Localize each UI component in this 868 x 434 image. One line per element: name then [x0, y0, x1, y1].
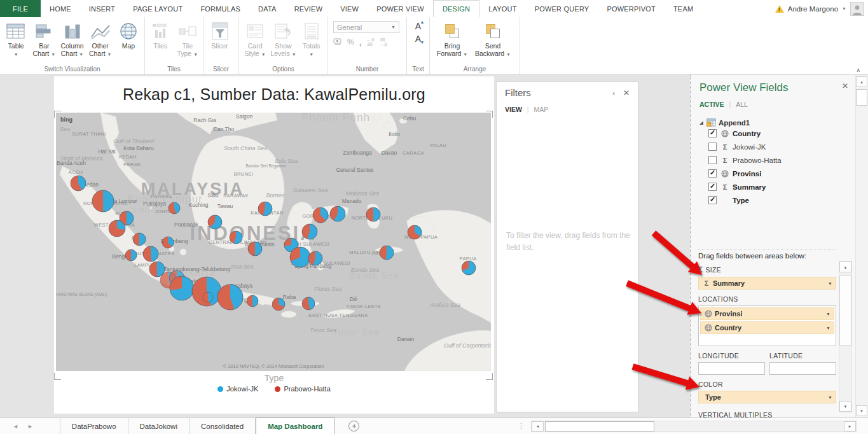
- filters-tab-view[interactable]: VIEW: [505, 106, 522, 113]
- map-pie[interactable]: [302, 224, 317, 239]
- map-pie[interactable]: [248, 242, 262, 256]
- map--button[interactable]: Map: [114, 18, 142, 50]
- map-pie[interactable]: [203, 292, 213, 302]
- map-pie[interactable]: [313, 207, 328, 223]
- chevron-down-icon[interactable]: ▼: [823, 326, 834, 330]
- field-row-provinsi[interactable]: Provinsi: [699, 167, 855, 180]
- table--button[interactable]: Table▼: [2, 18, 30, 57]
- chevron-down-icon[interactable]: ▼: [825, 395, 836, 400]
- account-area[interactable]: Andre Margono ▼: [775, 0, 864, 17]
- longitude-dropzone[interactable]: [698, 362, 765, 375]
- bring-forward-button[interactable]: BringForward ▼: [432, 18, 472, 57]
- other-chart-button[interactable]: OtherChart ▼: [86, 18, 114, 57]
- increase-font-button[interactable]: A▲: [411, 20, 425, 32]
- map-pie[interactable]: [272, 298, 285, 311]
- ribbon-tab-page-layout[interactable]: PAGE LAYOUT: [124, 0, 191, 17]
- ribbon-tab-home[interactable]: HOME: [41, 0, 80, 17]
- map-pie[interactable]: [308, 251, 322, 265]
- scrollbar-thumb[interactable]: [839, 276, 851, 346]
- field-row-country[interactable]: Country: [699, 127, 855, 140]
- tab-active[interactable]: ACTIVE: [699, 101, 724, 108]
- map-pie[interactable]: [133, 233, 146, 246]
- map-pie[interactable]: [125, 249, 137, 261]
- map-pie[interactable]: [169, 202, 180, 214]
- send-backward-button[interactable]: SendBackward ▼: [472, 18, 513, 57]
- field-pill-summary[interactable]: ΣSummary▼: [698, 277, 836, 290]
- account-name[interactable]: Andre Margono: [788, 5, 838, 13]
- checkbox[interactable]: [708, 183, 717, 191]
- ribbon-tab-data[interactable]: DATA: [249, 0, 286, 17]
- map-pie[interactable]: [247, 295, 258, 307]
- field-row-type[interactable]: Type: [699, 193, 855, 207]
- collapse-ribbon-icon[interactable]: ∧: [856, 67, 860, 73]
- map-pie[interactable]: [230, 231, 242, 244]
- map-pie[interactable]: [302, 297, 315, 310]
- report-title[interactable]: Rekap c1, Sumber Data: KawalPemilu.org: [54, 85, 494, 104]
- scrollbar-thumb[interactable]: [856, 89, 867, 106]
- scroll-left-icon[interactable]: ◄: [532, 421, 544, 431]
- field-pill-provinsi[interactable]: Provinsi▼: [700, 307, 834, 320]
- close-filters-icon[interactable]: ✕: [621, 88, 631, 97]
- next-sheet-icon[interactable]: ►: [27, 423, 33, 430]
- color-area[interactable]: Type▼: [698, 391, 836, 403]
- tab-all[interactable]: ALL: [736, 101, 748, 108]
- ribbon-tab-formulas[interactable]: FORMULAS: [191, 0, 249, 17]
- ribbon-tab-power-view[interactable]: POWER VIEW: [368, 0, 433, 17]
- sheet-tab-dataprabowo[interactable]: DataPrabowo: [60, 418, 128, 434]
- ribbon-tab-powerpivot[interactable]: POWERPIVOT: [598, 0, 665, 17]
- vertical-scrollbar[interactable]: ▲ ▼: [856, 75, 868, 417]
- add-sheet-button[interactable]: +: [348, 421, 359, 431]
- number-format-select[interactable]: General▼: [333, 21, 399, 33]
- avatar[interactable]: [850, 2, 864, 16]
- scrollbar-thumb[interactable]: [545, 421, 654, 431]
- scroll-down-icon[interactable]: ▼: [856, 405, 867, 416]
- scroll-down-icon[interactable]: ▼: [839, 401, 851, 412]
- map-pie[interactable]: [462, 261, 476, 275]
- splitter-dots-icon[interactable]: ⋮: [518, 422, 525, 430]
- ribbon-tab-layout[interactable]: LAYOUT: [479, 0, 525, 17]
- ribbon-tab-design[interactable]: DESIGN: [433, 0, 479, 17]
- chevron-down-icon[interactable]: ▼: [825, 281, 836, 286]
- checkbox[interactable]: [708, 196, 717, 204]
- field-pill-type[interactable]: Type▼: [698, 391, 836, 403]
- accounting-format-icon[interactable]: [333, 38, 342, 47]
- scroll-up-icon[interactable]: ▲: [839, 262, 851, 272]
- checkbox[interactable]: [708, 143, 717, 151]
- map-pie[interactable]: [290, 247, 310, 267]
- map-pie[interactable]: [258, 202, 272, 216]
- field-row-prabowo-hatta[interactable]: ΣPrabowo-Hatta: [699, 153, 855, 167]
- bar-chart-button[interactable]: BarChart ▼: [30, 18, 58, 57]
- horizontal-scrollbar[interactable]: ◄ ►: [531, 421, 857, 432]
- ribbon-tab-team[interactable]: TEAM: [665, 0, 702, 17]
- chevron-down-icon[interactable]: ▼: [823, 312, 834, 316]
- map-pie[interactable]: [217, 284, 243, 310]
- map-visual[interactable]: MALAYSIAINDONESIAKuala LumpurSINGAPOREJa…: [56, 113, 491, 371]
- field-row-summary[interactable]: ΣSummary: [699, 180, 855, 193]
- field-pill-country[interactable]: Country▼: [700, 321, 834, 334]
- map-pie[interactable]: [380, 246, 394, 260]
- map-pie[interactable]: [71, 176, 86, 191]
- ribbon-tab-insert[interactable]: INSERT: [80, 0, 124, 17]
- map-pie[interactable]: [109, 220, 125, 237]
- ribbon-tab-power-query[interactable]: POWER QUERY: [526, 0, 598, 17]
- ribbon-tab-file[interactable]: FILE: [0, 0, 41, 17]
- increase-decimal-icon[interactable]: ←.0.00: [367, 38, 375, 46]
- map-pie[interactable]: [143, 246, 158, 262]
- table-node[interactable]: Append1: [699, 118, 855, 127]
- sheet-tab-datajokowi[interactable]: DataJokowi: [128, 418, 189, 434]
- account-caret-icon[interactable]: ▼: [842, 6, 846, 11]
- fields-scrollbar[interactable]: ▲ ▼: [839, 261, 852, 412]
- map-pie[interactable]: [330, 206, 345, 221]
- sheet-tab-consolidated[interactable]: Consolidated: [189, 418, 256, 434]
- comma-icon[interactable]: ,: [359, 37, 362, 47]
- scroll-right-icon[interactable]: ►: [844, 421, 856, 431]
- map-pie[interactable]: [408, 225, 422, 239]
- scroll-up-icon[interactable]: ▲: [856, 76, 867, 87]
- size-area[interactable]: ΣSummary▼: [698, 277, 836, 290]
- sheet-tab-map-dashboard[interactable]: Map Dashboard: [256, 417, 334, 434]
- checkbox[interactable]: [708, 169, 717, 178]
- close-fields-panel-icon[interactable]: ✕: [840, 81, 850, 90]
- checkbox[interactable]: [708, 156, 717, 164]
- collapse-panel-icon[interactable]: ‹: [609, 89, 619, 97]
- filters-tab-map[interactable]: MAP: [534, 106, 549, 113]
